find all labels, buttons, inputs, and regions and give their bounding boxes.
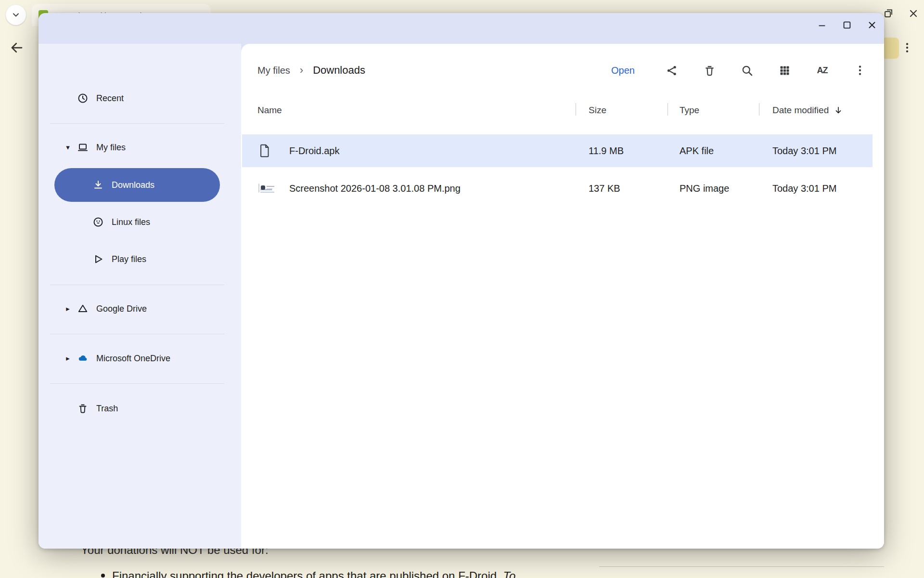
download-icon [92,179,104,191]
google-drive-icon [77,303,89,315]
sidebar-item-label: Microsoft OneDrive [96,354,170,364]
browser-menu-button[interactable] [901,41,913,54]
file-row-screenshot-png[interactable]: Screenshot 2026-01-08 3.01.08 PM.png 137… [242,172,873,205]
thumbnail-image [258,184,259,193]
column-divider[interactable] [576,103,576,116]
browser-restore-window-button[interactable] [883,8,894,19]
open-button[interactable]: Open [611,65,635,76]
file-name: F-Droid.apk [289,145,339,157]
browser-back-button[interactable] [10,40,24,55]
bullet-point [101,574,105,578]
list-header-row: Name Size Type Date modified [241,101,884,122]
file-date-modified: Today 3:01 PM [772,183,836,194]
sidebar-item-recent[interactable]: Recent [38,87,241,110]
sidebar-item-my-files[interactable]: ▾ My files [38,136,241,159]
files-app-window: Recent ▾ My files Downloads [38,13,884,549]
breadcrumb-my-files[interactable]: My files [257,65,290,76]
browser-close-window-button[interactable] [908,8,919,19]
more-options-button[interactable] [853,64,867,78]
file-list-panel: My files › Downloads Open [241,44,884,549]
sidebar-item-label: Google Drive [96,304,147,314]
sidebar-item-label: Downloads [112,180,154,190]
grid-view-button[interactable] [778,64,792,78]
grid-view-icon [778,64,791,77]
minimize-window-button[interactable] [816,19,828,31]
file-row-fdroid-apk[interactable]: F-Droid.apk 11.9 MB APK file Today 3:01 … [242,134,873,167]
sidebar-divider [50,285,224,285]
bullet-text-italic: To [503,569,515,578]
file-size: 11.9 MB [589,145,624,157]
window-controls [816,18,878,32]
sort-az-icon: AZ [817,66,828,76]
play-icon [92,253,104,265]
files-toolbar: My files › Downloads Open [241,44,884,97]
screenshot-thumbnail [258,184,259,193]
file-type: APK file [680,145,714,157]
close-window-button[interactable] [866,19,878,31]
chevron-right-icon: › [300,64,303,77]
column-header-name[interactable]: Name [257,105,282,116]
sidebar-item-downloads-selected[interactable]: Downloads [54,168,220,202]
file-size: 137 KB [589,183,620,194]
bullet-text: Financially supporting the developers of… [112,569,503,578]
share-icon [666,64,679,77]
sidebar-item-play-files[interactable]: Play files [38,248,241,271]
delete-button[interactable] [703,64,717,78]
column-header-label: Date modified [772,105,829,116]
sidebar-item-label: Linux files [112,217,150,227]
column-header-size[interactable]: Size [589,105,606,116]
tab-list-chevron-button[interactable] [6,5,26,25]
file-name: Screenshot 2026-01-08 3.01.08 PM.png [289,183,461,194]
laptop-icon [77,142,89,153]
penguin-icon [92,216,104,228]
search-button[interactable] [740,64,754,78]
chevron-right-icon[interactable]: ▸ [63,354,73,363]
sidebar-item-onedrive[interactable]: ▸ Microsoft OneDrive [38,347,241,370]
trash-icon [703,64,716,77]
sort-descending-arrow-icon [834,105,843,115]
sidebar-item-label: Play files [112,254,146,264]
chevron-down-icon[interactable]: ▾ [63,143,73,152]
sidebar-item-linux-files[interactable]: Linux files [38,210,241,234]
file-document-icon [258,144,271,158]
sidebar-divider [50,334,224,334]
file-type: PNG image [680,183,729,194]
sidebar-item-trash[interactable]: Trash [38,397,241,420]
sidebar-item-google-drive[interactable]: ▸ Google Drive [38,297,241,320]
sidebar: Recent ▾ My files Downloads [38,44,241,549]
trash-icon [77,403,89,414]
search-icon [741,64,754,77]
share-button[interactable] [665,64,679,78]
page-divider-line [599,566,884,567]
clock-icon [77,92,89,104]
column-divider[interactable] [667,103,668,116]
kebab-menu-icon [854,64,866,77]
onedrive-cloud-icon [77,353,89,364]
donations-bullet: Financially supporting the developers of… [112,569,515,578]
sort-button[interactable]: AZ [815,64,829,78]
chevron-down-icon [11,10,21,20]
maximize-window-button[interactable] [841,19,853,31]
file-date-modified: Today 3:01 PM [772,145,836,157]
sidebar-item-label: Recent [96,93,124,104]
sidebar-divider [50,383,224,384]
chevron-right-icon[interactable]: ▸ [63,304,73,313]
breadcrumb-downloads: Downloads [313,64,365,77]
breadcrumb: My files › Downloads [257,44,365,97]
sidebar-item-label: My files [96,143,126,153]
sidebar-divider [50,123,224,124]
column-divider[interactable] [759,103,759,116]
toolbar-actions: Open [611,44,867,97]
screen: Donate | F-Droid - Free and ... Your don… [0,0,924,578]
column-header-type[interactable]: Type [680,105,699,116]
column-header-date-modified[interactable]: Date modified [772,105,843,116]
sidebar-item-label: Trash [96,404,118,414]
